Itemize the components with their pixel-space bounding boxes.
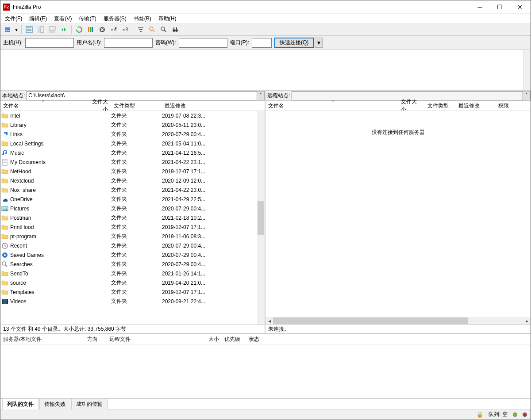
svg-rect-13 <box>92 27 93 32</box>
queue-col-size[interactable]: 大小 <box>204 336 222 343</box>
maximize-button[interactable]: ☐ <box>490 0 510 14</box>
svg-rect-9 <box>49 27 55 30</box>
file-type: 文件夹 <box>111 223 162 231</box>
scroll-left-icon[interactable]: ◂ <box>266 317 273 325</box>
queue-col-direction[interactable]: 方向 <box>85 336 107 343</box>
close-button[interactable]: ✕ <box>510 0 530 14</box>
process-queue-button[interactable] <box>85 25 96 34</box>
file-row[interactable]: Videos文件夹2020-09-21 22:4... <box>0 297 265 306</box>
file-name: Saved Games <box>10 252 85 258</box>
reconnect-button[interactable] <box>120 25 131 34</box>
scroll-right-icon[interactable]: ▸ <box>523 317 531 325</box>
menu-item[interactable]: 服务器(S) <box>100 14 130 23</box>
host-label: 主机(H): <box>3 39 23 46</box>
remote-file-list[interactable]: 没有连接到任何服务器 <box>266 111 531 317</box>
local-col-size[interactable]: 文件大小 <box>85 101 111 111</box>
file-row[interactable]: NetHood文件夹2019-12-07 17:1... <box>0 167 265 176</box>
file-modified: 2021-04-12 16:5... <box>162 150 265 156</box>
sync-browse-button[interactable] <box>58 25 69 34</box>
filter-button[interactable] <box>135 25 146 34</box>
local-col-modified[interactable]: 最近修改 <box>162 101 265 111</box>
file-type: 文件夹 <box>111 195 162 203</box>
svg-rect-7 <box>38 27 40 33</box>
remote-path-dropdown[interactable]: ˅ <box>523 91 531 100</box>
file-modified: 2019-12-07 17:1... <box>162 224 265 230</box>
quick-connect-dropdown[interactable]: ▼ <box>315 38 323 48</box>
local-path-input[interactable] <box>27 91 257 100</box>
queue-col-remote[interactable]: 远程文件 <box>107 336 204 343</box>
queue-body[interactable] <box>0 344 531 398</box>
port-input[interactable] <box>252 38 272 48</box>
file-row[interactable]: SendTo文件夹2021-01-26 14:1... <box>0 269 265 278</box>
file-row[interactable]: pt-program文件夹2019-11-06 08:3... <box>0 232 265 241</box>
password-input[interactable] <box>179 38 227 48</box>
binoculars-button[interactable] <box>170 25 181 34</box>
queue-tab[interactable]: 成功的传输 <box>71 399 108 409</box>
local-path-dropdown[interactable]: ˅ <box>257 91 265 100</box>
toggle-tree-button[interactable] <box>35 25 46 34</box>
file-row[interactable]: source文件夹2019-04-20 21:0... <box>0 278 265 287</box>
file-row[interactable]: Pictures文件夹2020-07-29 00:4... <box>0 204 265 213</box>
remote-col-size[interactable]: 文件大小 <box>398 101 425 111</box>
remote-col-perm[interactable]: 权限 <box>496 101 531 111</box>
minimize-button[interactable]: ─ <box>470 0 490 14</box>
quick-connect-button[interactable]: 快速连接(Q) <box>274 38 314 48</box>
queue-tab[interactable]: 列队的文件 <box>2 399 38 409</box>
log-scrollbar[interactable] <box>523 50 531 90</box>
svg-rect-11 <box>88 27 89 32</box>
svg-point-38 <box>3 207 4 209</box>
message-log[interactable] <box>0 50 531 91</box>
file-row[interactable]: Nox_share文件夹2021-04-22 23:0... <box>0 185 265 195</box>
file-row[interactable]: OneDrive文件夹2021-04-29 22:5... <box>0 195 265 204</box>
site-manager-dropdown[interactable]: ▾ <box>14 25 19 34</box>
quick-connect-bar: 主机(H): 用户名(U): 密码(W): 端口(P): 快速连接(Q) ▼ <box>0 36 531 50</box>
local-file-list[interactable]: Intel文件夹2019-07-08 22:3...Library文件夹2020… <box>0 111 265 325</box>
queue-col-priority[interactable]: 优先级 <box>222 336 246 343</box>
onedrive-icon <box>1 196 8 203</box>
remote-col-type[interactable]: 文件类型 <box>425 101 456 111</box>
queue-col-server[interactable]: 服务器/本地文件 <box>0 336 85 343</box>
file-row[interactable]: PrintHood文件夹2019-12-07 17:1... <box>0 222 265 232</box>
menu-item[interactable]: 传输(T) <box>75 14 100 23</box>
disconnect-button[interactable] <box>108 25 119 34</box>
file-modified: 2020-07-29 00:4... <box>162 131 265 137</box>
file-row[interactable]: Library文件夹2020-05-11 23:0... <box>0 120 265 130</box>
file-row[interactable]: My Documents文件夹2021-04-22 23:1... <box>0 157 265 167</box>
file-row[interactable]: Recent文件夹2020-07-29 00:4... <box>0 241 265 250</box>
file-name: Links <box>10 131 85 137</box>
compare-button[interactable] <box>147 25 158 34</box>
file-row[interactable]: Music文件夹2021-04-12 16:5... <box>0 148 265 157</box>
menu-bar: 文件(F)编辑(E)查看(V)传输(T)服务器(S)书签(B)帮助(H) <box>0 14 531 23</box>
search-button[interactable] <box>158 25 169 34</box>
menu-item[interactable]: 文件(F) <box>1 14 26 23</box>
menu-item[interactable]: 帮助(H) <box>155 14 180 23</box>
file-row[interactable]: Nextcloud文件夹2020-12-09 12:0... <box>0 176 265 185</box>
host-input[interactable] <box>25 38 74 48</box>
username-input[interactable] <box>104 38 153 48</box>
file-row[interactable]: Links文件夹2020-07-29 00:4... <box>0 130 265 139</box>
local-scrollbar[interactable] <box>257 111 265 325</box>
file-row[interactable]: Searches文件夹2020-07-29 00:4... <box>0 260 265 269</box>
remote-hscrollbar[interactable]: ◂ ▸ <box>266 317 531 325</box>
remote-col-modified[interactable]: 最近修改 <box>456 101 496 111</box>
file-row[interactable]: Intel文件夹2019-07-08 22:3... <box>0 111 265 120</box>
file-row[interactable]: Templates文件夹2019-12-07 17:1... <box>0 287 265 297</box>
site-manager-button[interactable] <box>2 25 13 34</box>
toggle-queue-button[interactable] <box>47 25 58 34</box>
file-row[interactable]: Saved Games文件夹2020-07-29 00:4... <box>0 250 265 260</box>
queue-col-state[interactable]: 状态 <box>246 336 262 343</box>
toggle-log-button[interactable] <box>24 25 35 34</box>
queue-tab[interactable]: 传输失败 <box>39 399 70 409</box>
local-col-name[interactable]: 文件名 <box>0 101 85 111</box>
local-col-type[interactable]: 文件类型 <box>111 101 162 111</box>
file-modified: 2021-04-22 23:1... <box>162 159 265 165</box>
file-row[interactable]: Postman文件夹2021-02-18 10:2... <box>0 213 265 222</box>
videos-icon <box>1 298 8 305</box>
menu-item[interactable]: 编辑(E) <box>26 14 50 23</box>
cancel-button[interactable] <box>97 25 108 34</box>
refresh-button[interactable] <box>74 25 85 34</box>
menu-item[interactable]: 查看(V) <box>50 14 75 23</box>
remote-col-name[interactable]: 文件名 <box>266 101 398 111</box>
file-row[interactable]: Local Settings文件夹2021-05-04 11:0... <box>0 139 265 148</box>
menu-item[interactable]: 书签(B) <box>130 14 155 23</box>
